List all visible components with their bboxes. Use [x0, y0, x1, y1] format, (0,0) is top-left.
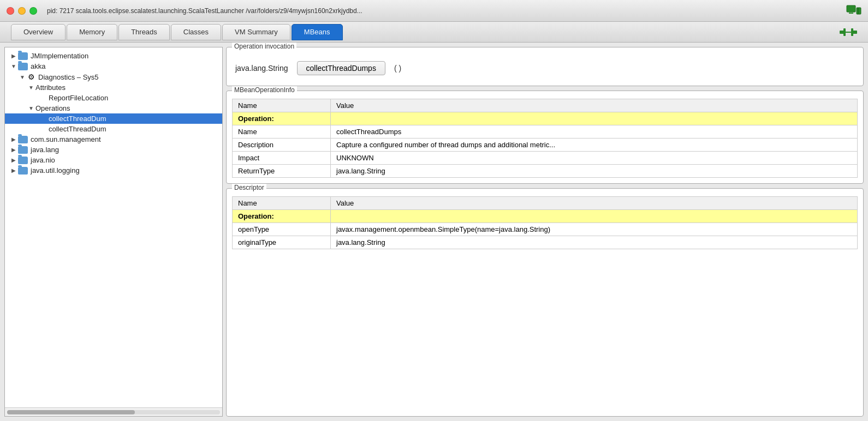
traffic-lights — [7, 7, 37, 15]
tree-label-collect1: collectThreadDum — [49, 115, 106, 123]
desc-row-1[interactable]: openTypejavax.management.openmbean.Simpl… — [233, 223, 858, 236]
svg-rect-6 — [845, 32, 852, 33]
connect-icon — [840, 26, 857, 38]
mbean-cell-name-0: Operation: — [233, 112, 331, 125]
tree-item-akka[interactable]: ▼ akka — [5, 61, 222, 71]
tree-item-java-util[interactable]: ▶ java.util.logging — [5, 165, 222, 176]
descriptor-title: Descriptor — [232, 184, 266, 191]
tab-overview[interactable]: Overview — [11, 24, 66, 40]
tree-label-jmi: JMImplementation — [31, 52, 88, 60]
tree-arrow-akka: ▼ — [9, 63, 18, 69]
mbean-row-3[interactable]: ImpactUNKNOWN — [233, 152, 858, 165]
mbean-cell-value-1: collectThreadDumps — [331, 125, 858, 139]
monitor-icon — [846, 5, 861, 17]
desc-cell-name-2: originalType — [233, 236, 331, 249]
tab-mbeans[interactable]: MBeans — [292, 24, 343, 40]
mbean-info-title: MBeanOperationInfo — [232, 86, 297, 94]
tree-panel: ▶ JMImplementation ▼ akka ▼ ⚙ Diagnostic… — [4, 47, 223, 417]
right-panel: Operation invocation java.lang.String co… — [223, 43, 868, 421]
tabs-bar: Overview Memory Threads Classes VM Summa… — [0, 22, 868, 43]
tree-item-java-lang[interactable]: ▶ java.lang — [5, 145, 222, 155]
folder-icon-java-util — [18, 167, 28, 175]
mbean-cell-value-2: Capture a configured number of thread du… — [331, 139, 858, 152]
tree-item-com-sun[interactable]: ▶ com.sun.management — [5, 134, 222, 145]
desc-cell-value-1: javax.management.openmbean.SimpleType(na… — [331, 223, 858, 236]
desc-col-name: Name — [233, 197, 331, 210]
operation-invocation-section: Operation invocation java.lang.String co… — [226, 47, 864, 86]
op-return-type: java.lang.String — [235, 64, 288, 73]
horizontal-scrollbar[interactable] — [5, 407, 222, 416]
descriptor-table-wrapper: Name Value Operation:openTypejavax.manag… — [227, 189, 863, 416]
tree-label-reportfile: ReportFileLocation — [49, 94, 108, 102]
tree-label-com-sun: com.sun.management — [31, 135, 101, 143]
tree-item-diagnostics[interactable]: ▼ ⚙ Diagnostics – Sys5 — [5, 71, 222, 82]
tab-vm-summary[interactable]: VM Summary — [222, 24, 290, 40]
tree-item-collect1[interactable]: collectThreadDum — [5, 113, 222, 124]
tree-label-diagnostics: Diagnostics – Sys5 — [38, 73, 99, 81]
folder-icon-java-lang — [18, 146, 28, 154]
op-parens: ( ) — [394, 64, 401, 73]
svg-rect-7 — [843, 28, 846, 36]
svg-rect-8 — [851, 28, 853, 36]
tab-memory[interactable]: Memory — [67, 24, 117, 40]
folder-icon-java-nio — [18, 157, 28, 164]
mbean-cell-value-0 — [331, 112, 858, 125]
mbean-info-table-wrapper: Name Value Operation:NamecollectThreadDu… — [227, 91, 863, 183]
tree-arrow-operations: ▼ — [27, 105, 35, 111]
desc-row-2[interactable]: originalTypejava.lang.String — [233, 236, 858, 249]
op-method-button[interactable]: collectThreadDumps — [297, 61, 385, 75]
tree-label-collect2: collectThreadDum — [49, 125, 106, 133]
tree-label-akka: akka — [31, 62, 45, 70]
tree-arrow-java-util: ▶ — [9, 167, 18, 173]
tree-arrow-attributes: ▼ — [27, 85, 35, 91]
tree-label-java-nio: java.nio — [31, 156, 55, 164]
tree-label-attributes: Attributes — [35, 83, 66, 92]
desc-cell-value-0 — [331, 210, 858, 223]
tree-item-operations[interactable]: ▼ Operations — [5, 103, 222, 113]
tab-threads[interactable]: Threads — [118, 24, 170, 40]
mbean-cell-name-4: ReturnType — [233, 165, 331, 178]
tree-item-jmi[interactable]: ▶ JMImplementation — [5, 51, 222, 61]
mbean-cell-name-3: Impact — [233, 152, 331, 165]
gear-icon-diagnostics: ⚙ — [27, 73, 35, 81]
tree-item-attributes[interactable]: ▼ Attributes — [5, 82, 222, 93]
tree-label-java-util: java.util.logging — [31, 166, 80, 175]
minimize-button[interactable] — [18, 7, 26, 15]
mbean-cell-value-4: java.lang.String — [331, 165, 858, 178]
mbean-row-4[interactable]: ReturnTypejava.lang.String — [233, 165, 858, 178]
mbean-cell-name-1: Name — [233, 125, 331, 139]
desc-row-0[interactable]: Operation: — [233, 210, 858, 223]
tree-item-java-nio[interactable]: ▶ java.nio — [5, 155, 222, 165]
mbean-cell-name-2: Description — [233, 139, 331, 152]
folder-icon-akka — [18, 63, 28, 70]
close-button[interactable] — [7, 7, 14, 15]
mbean-row-1[interactable]: NamecollectThreadDumps — [233, 125, 858, 139]
tree-arrow-jmi: ▶ — [9, 53, 18, 59]
tree-item-reportfile[interactable]: ReportFileLocation — [5, 93, 222, 103]
tree-arrow-java-nio: ▶ — [9, 157, 18, 163]
desc-cell-name-1: openType — [233, 223, 331, 236]
maximize-button[interactable] — [29, 7, 37, 15]
mbean-row-0[interactable]: Operation: — [233, 112, 858, 125]
desc-cell-name-0: Operation: — [233, 210, 331, 223]
svg-rect-0 — [847, 5, 855, 12]
tab-classes[interactable]: Classes — [171, 24, 221, 40]
scrollbar-thumb[interactable] — [7, 410, 135, 414]
descriptor-table: Name Value Operation:openTypejavax.manag… — [232, 196, 858, 249]
folder-icon-jmi — [18, 52, 28, 60]
scrollbar-track — [7, 410, 220, 414]
op-invocation-content: java.lang.String collectThreadDumps ( ) — [227, 47, 863, 86]
mbean-col-name: Name — [233, 99, 331, 112]
tree-item-collect2[interactable]: collectThreadDum — [5, 124, 222, 134]
folder-icon-com-sun — [18, 136, 28, 143]
tree-content[interactable]: ▶ JMImplementation ▼ akka ▼ ⚙ Diagnostic… — [5, 47, 222, 407]
desc-cell-value-2: java.lang.String — [331, 236, 858, 249]
tree-label-operations: Operations — [35, 104, 70, 112]
svg-rect-2 — [857, 8, 861, 14]
tree-arrow-com-sun: ▶ — [9, 136, 18, 142]
mbean-row-2[interactable]: DescriptionCapture a configured number o… — [233, 139, 858, 152]
descriptor-section: Descriptor Name Value Operation:openType… — [226, 188, 864, 417]
window-title: pid: 7217 scala.tools.eclipse.scalatest.… — [47, 7, 841, 15]
titlebar: pid: 7217 scala.tools.eclipse.scalatest.… — [0, 0, 868, 22]
desc-col-value: Value — [331, 197, 858, 210]
